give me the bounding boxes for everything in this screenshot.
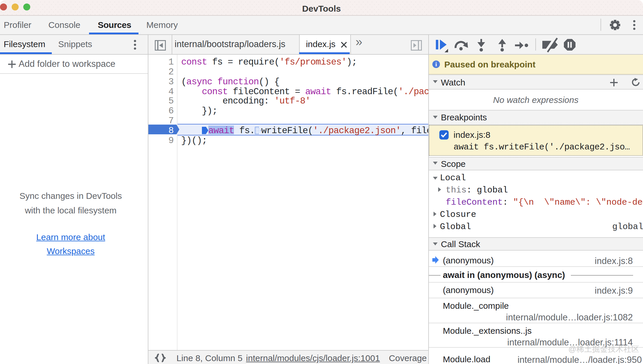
svg-text:i: i	[436, 61, 437, 68]
